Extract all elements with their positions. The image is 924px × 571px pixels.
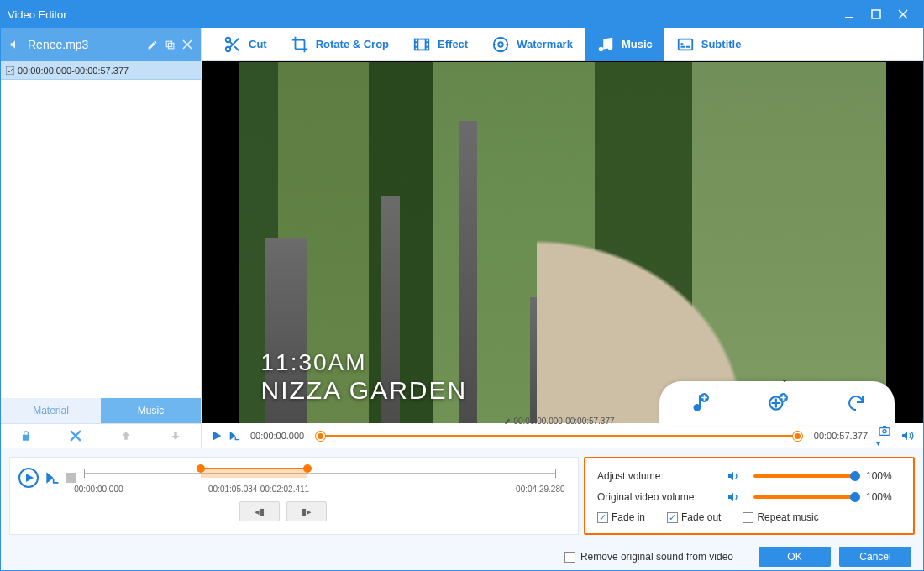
- fade-in-label: Fade in: [612, 511, 645, 523]
- tool-cut-label: Cut: [249, 38, 267, 50]
- watermark-icon: [491, 35, 510, 54]
- svg-point-5: [226, 37, 231, 42]
- trim-right-button[interactable]: ▮▸: [286, 501, 327, 521]
- overlay-line2: NIZZA GARDEN: [261, 376, 468, 405]
- delete-icon[interactable]: [70, 430, 81, 442]
- svg-rect-3: [166, 41, 172, 47]
- add-music-icon[interactable]: [688, 392, 710, 414]
- adjust-volume-slider[interactable]: [753, 474, 856, 478]
- close-button[interactable]: [890, 5, 916, 24]
- tool-subtitle[interactable]: Subtitle: [664, 28, 753, 61]
- tab-music[interactable]: Music: [101, 398, 201, 423]
- sidebar-clip-item[interactable]: 00:00:00.000-00:00:57.377: [1, 61, 201, 80]
- sidebar-tabs: Material Music: [1, 398, 201, 423]
- track-play-button[interactable]: [18, 468, 39, 488]
- track-play-export-button[interactable]: [44, 469, 60, 486]
- svg-rect-19: [66, 473, 76, 483]
- track-segment-label: 00:01:05.034-00:02:02.411: [208, 485, 309, 494]
- trim-left-button[interactable]: ◂▮: [239, 501, 280, 521]
- video-preview: 11:30AM NIZZA GARDEN ⌄: [202, 61, 923, 423]
- scissors-icon: [223, 35, 242, 54]
- preview-timeline: 00:00:00.000 00:00:00.000-00:00:57.377 0…: [202, 423, 923, 448]
- footer-bar: Remove original sound from video OK Canc…: [1, 542, 923, 571]
- track-stop-button[interactable]: [66, 473, 76, 483]
- add-effect-icon[interactable]: [767, 392, 789, 414]
- minimize-button[interactable]: [836, 5, 863, 24]
- original-volume-slider[interactable]: [753, 495, 856, 499]
- repeat-music-label: Repeat music: [757, 511, 818, 523]
- svg-rect-16: [879, 427, 890, 435]
- play-export-button[interactable]: [227, 429, 242, 443]
- edit-icon[interactable]: [147, 39, 158, 50]
- svg-rect-4: [6, 66, 14, 75]
- fade-out-checkbox[interactable]: Fade out: [667, 511, 721, 523]
- volume-panel: Adjust volume: 100% Original video volum…: [584, 457, 915, 535]
- maximize-button[interactable]: [863, 5, 890, 24]
- close-file-icon[interactable]: [182, 39, 192, 50]
- copy-icon[interactable]: [165, 39, 176, 50]
- timeline-marker-label: 00:00:00.000-00:00:57.377: [513, 416, 614, 426]
- original-volume-speaker-icon[interactable]: [727, 490, 740, 504]
- svg-point-10: [599, 46, 604, 51]
- tool-music[interactable]: Music: [585, 28, 664, 61]
- svg-rect-7: [415, 39, 429, 50]
- cancel-button[interactable]: Cancel: [839, 547, 911, 567]
- tool-subtitle-label: Subtitle: [701, 38, 742, 50]
- tool-effect-label: Effect: [438, 38, 468, 50]
- timeline-start-label: 00:00:00.000: [250, 431, 304, 441]
- svg-point-8: [494, 37, 508, 51]
- svg-point-9: [498, 42, 503, 47]
- music-track-ruler[interactable]: 00:00:00.000 00:01:05.034-00:02:02.411 0…: [84, 464, 570, 525]
- move-up-icon[interactable]: [120, 430, 132, 442]
- bottom-panel: 00:00:00.000 00:01:05.034-00:02:02.411 0…: [1, 448, 923, 542]
- tool-music-label: Music: [622, 38, 653, 50]
- tool-rotate-crop[interactable]: Rotate & Crop: [279, 28, 401, 61]
- main-toolbar: Cut Rotate & Crop Effect Watermark Music…: [202, 28, 923, 61]
- ok-button[interactable]: OK: [759, 547, 831, 567]
- svg-rect-0: [845, 17, 853, 18]
- remove-original-sound-checkbox[interactable]: Remove original sound from video: [564, 551, 733, 563]
- track-end-label: 00:04:29.280: [516, 485, 564, 494]
- preview-frame: 11:30AM NIZZA GARDEN: [239, 62, 886, 423]
- timeline-track[interactable]: 00:00:00.000-00:00:57.377: [318, 432, 801, 439]
- repeat-music-checkbox[interactable]: Repeat music: [743, 511, 818, 523]
- tool-watermark[interactable]: Watermark: [480, 28, 585, 61]
- refresh-icon[interactable]: [846, 393, 866, 413]
- music-action-pill: [659, 381, 895, 425]
- sidebar: Renee.mp3 00:00:00.000-00:00:57.377 Mate…: [1, 28, 202, 448]
- move-down-icon[interactable]: [170, 430, 181, 442]
- panel-collapse-caret[interactable]: ⌄: [780, 373, 789, 385]
- sidebar-tools: [1, 423, 201, 448]
- adjust-volume-speaker-icon[interactable]: [727, 469, 740, 483]
- music-track-panel: 00:00:00.000 00:01:05.034-00:02:02.411 0…: [9, 457, 579, 535]
- music-icon: [596, 35, 615, 54]
- lock-icon[interactable]: [20, 430, 32, 442]
- title-bar: Video Editor: [1, 1, 923, 28]
- subtitle-icon: [676, 35, 695, 54]
- track-start-label: 00:00:00.000: [74, 485, 123, 494]
- overlay-line1: 11:30AM: [261, 349, 468, 376]
- tool-effect[interactable]: Effect: [401, 28, 480, 61]
- fade-in-checkbox[interactable]: Fade in: [597, 511, 645, 523]
- remove-original-sound-label: Remove original sound from video: [580, 551, 733, 563]
- volume-icon[interactable]: [900, 429, 915, 443]
- tab-material[interactable]: Material: [1, 398, 101, 423]
- svg-point-17: [883, 429, 886, 432]
- tool-watermark-label: Watermark: [517, 38, 573, 50]
- svg-rect-1: [872, 10, 880, 18]
- sidebar-file-name: Renee.mp3: [28, 38, 88, 51]
- sidebar-clip-range: 00:00:00.000-00:00:57.377: [18, 65, 129, 76]
- svg-rect-2: [168, 43, 174, 49]
- tool-rotate-label: Rotate & Crop: [316, 38, 389, 50]
- adjust-volume-value: 100%: [866, 470, 901, 482]
- original-volume-label: Original video volume:: [597, 491, 722, 503]
- fade-out-label: Fade out: [681, 511, 721, 523]
- svg-point-6: [226, 46, 231, 51]
- clip-check-icon: [6, 66, 14, 75]
- timeline-marker: 00:00:00.000-00:00:57.377: [503, 416, 614, 426]
- snapshot-icon[interactable]: ▾: [876, 424, 893, 448]
- preview-overlay-text: 11:30AM NIZZA GARDEN: [261, 349, 468, 405]
- play-button[interactable]: [210, 429, 223, 443]
- tool-cut[interactable]: Cut: [212, 28, 279, 61]
- effect-icon: [412, 35, 431, 54]
